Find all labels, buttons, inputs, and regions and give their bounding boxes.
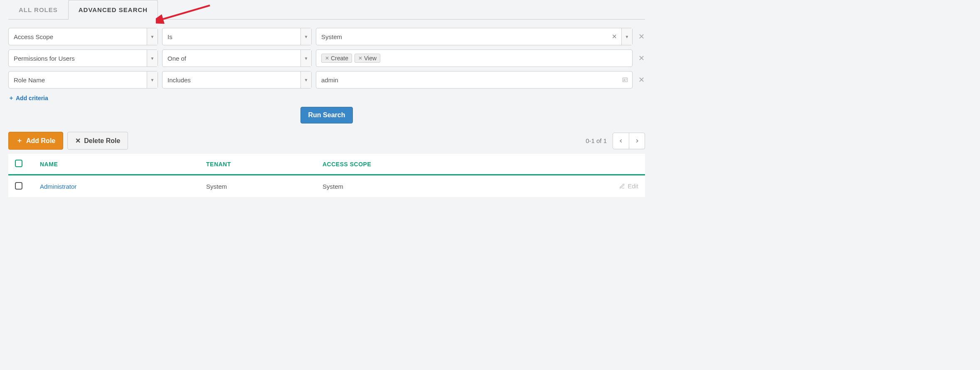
pager-next-button[interactable] <box>629 133 645 149</box>
edit-label: Edit <box>628 183 638 190</box>
criteria-operator-select[interactable]: One of ▼ <box>162 49 312 67</box>
pager-prev-button[interactable] <box>613 133 629 149</box>
add-role-button[interactable]: ＋ Add Role <box>8 132 63 150</box>
chevron-down-icon: ▼ <box>621 28 632 45</box>
remove-criteria-icon[interactable]: ✕ <box>637 75 645 84</box>
criteria-value-input[interactable] <box>321 72 613 88</box>
criteria-field-select[interactable]: Access Scope ▼ <box>8 28 158 45</box>
criteria-field-label: Permissions for Users <box>9 50 147 67</box>
delete-role-button[interactable]: ✕ Delete Role <box>67 132 128 150</box>
criteria-operator-label: Includes <box>163 72 300 88</box>
criteria-value-label: System <box>316 28 608 45</box>
clear-value-icon[interactable]: ✕ <box>608 28 621 45</box>
table-header-name[interactable]: NAME <box>33 154 199 175</box>
criteria-value-input-wrap <box>316 71 633 89</box>
plus-icon: ＋ <box>8 94 14 102</box>
select-all-checkbox[interactable] <box>15 160 22 167</box>
chevron-down-icon: ▼ <box>300 50 311 67</box>
add-criteria-label: Add criteria <box>16 95 48 101</box>
table-header-access-scope[interactable]: ACCESS SCOPE <box>316 154 595 175</box>
run-search-button[interactable]: Run Search <box>300 107 353 123</box>
contact-card-icon[interactable] <box>618 72 632 88</box>
table-header-tenant[interactable]: TENANT <box>199 154 316 175</box>
close-icon: ✕ <box>75 137 81 145</box>
value-tag: ✕ Create <box>321 54 352 63</box>
criteria-row: Access Scope ▼ Is ▼ System ✕ ▼ ✕ <box>8 28 645 45</box>
role-name-link[interactable]: Administrator <box>40 183 76 190</box>
table-row: Administrator System System Edit <box>8 175 645 198</box>
remove-tag-icon[interactable]: ✕ <box>325 55 329 61</box>
criteria-operator-select[interactable]: Is ▼ <box>162 28 312 45</box>
criteria-row: Permissions for Users ▼ One of ▼ ✕ Creat… <box>8 49 645 67</box>
roles-table: NAME TENANT ACCESS SCOPE Administrator S… <box>8 154 645 198</box>
remove-criteria-icon[interactable]: ✕ <box>637 32 645 41</box>
criteria-value-inner <box>316 72 618 88</box>
row-tenant: System <box>199 175 316 198</box>
criteria-field-select[interactable]: Role Name ▼ <box>8 71 158 89</box>
table-toolbar: ＋ Add Role ✕ Delete Role 0-1 of 1 <box>8 132 645 150</box>
chevron-down-icon: ▼ <box>147 28 158 45</box>
criteria-field-label: Role Name <box>9 72 147 88</box>
chevron-down-icon: ▼ <box>147 72 158 88</box>
add-role-label: Add Role <box>26 137 55 145</box>
svg-point-2 <box>624 79 625 80</box>
value-tag-label: Create <box>331 55 348 62</box>
row-access-scope: System <box>316 175 595 198</box>
criteria-row: Role Name ▼ Includes ▼ ✕ <box>8 71 645 89</box>
plus-icon: ＋ <box>16 136 23 145</box>
pencil-icon <box>619 183 625 189</box>
chevron-down-icon: ▼ <box>300 72 311 88</box>
criteria-field-select[interactable]: Permissions for Users ▼ <box>8 49 158 67</box>
tabs: ALL ROLES ADVANCED SEARCH <box>8 0 645 20</box>
remove-criteria-icon[interactable]: ✕ <box>637 54 645 63</box>
criteria-operator-select[interactable]: Includes ▼ <box>162 71 312 89</box>
criteria-value-tag-list: ✕ Create ✕ View <box>316 50 632 67</box>
value-tag: ✕ View <box>355 54 380 63</box>
delete-role-label: Delete Role <box>84 137 120 145</box>
row-checkbox[interactable] <box>15 182 22 190</box>
chevron-down-icon: ▼ <box>300 28 311 45</box>
add-criteria-link[interactable]: ＋ Add criteria <box>8 94 48 102</box>
remove-tag-icon[interactable]: ✕ <box>358 55 362 61</box>
value-tag-label: View <box>364 55 377 62</box>
criteria-value-select[interactable]: System ✕ ▼ <box>316 28 633 45</box>
criteria-operator-label: Is <box>163 28 300 45</box>
criteria-operator-label: One of <box>163 50 300 67</box>
edit-row-button[interactable]: Edit <box>619 183 638 190</box>
chevron-down-icon: ▼ <box>147 50 158 67</box>
criteria-value-tags[interactable]: ✕ Create ✕ View <box>316 49 633 67</box>
pagination-range: 0-1 of 1 <box>586 137 607 144</box>
table-header-row: NAME TENANT ACCESS SCOPE <box>8 154 645 175</box>
criteria-field-label: Access Scope <box>9 28 147 45</box>
tab-advanced-search[interactable]: ADVANCED SEARCH <box>68 0 158 20</box>
pager <box>613 133 645 149</box>
tab-all-roles[interactable]: ALL ROLES <box>8 0 68 20</box>
